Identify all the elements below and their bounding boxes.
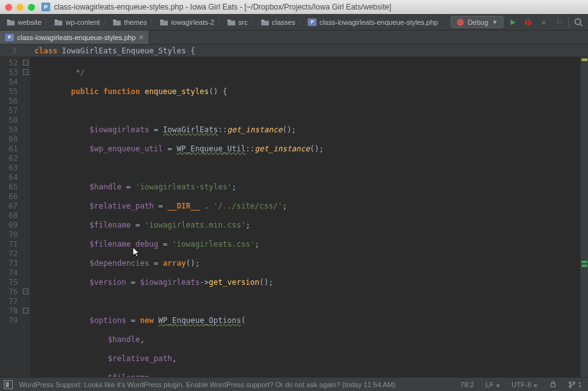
sticky-line-number: 3 [0,46,22,55]
breadcrumb-item[interactable]: themes [110,18,149,26]
tool-window-toggle-icon[interactable] [4,380,13,389]
git-branch-indicator[interactable]: 1 [566,381,584,388]
line-number[interactable]: 69 [0,221,18,230]
line-number[interactable]: 74 [0,268,18,278]
line-number[interactable]: 58 [0,116,18,125]
php-file-icon: P [5,34,14,41]
fold-toggle[interactable]: – [23,60,29,65]
change-marker[interactable] [582,264,587,267]
svg-line-1 [580,24,582,26]
line-number[interactable]: 64 [0,173,18,182]
line-number[interactable]: 67 [0,202,18,211]
line-number[interactable]: 78 [0,306,18,316]
breadcrumb-item[interactable]: iowagirleats-2 [157,18,217,26]
breadcrumb-label: wp-content [65,18,100,26]
navigation-toolbar: website〉wp-content〉themes〉iowagirleats-2… [0,14,588,31]
line-separator[interactable]: LF ≑ [483,381,503,388]
line-number[interactable]: 59 [0,125,18,135]
zoom-window-button[interactable] [28,4,35,11]
folder-icon [6,18,15,26]
line-number[interactable]: 56 [0,97,18,106]
breadcrumb-item[interactable]: src [224,18,250,26]
line-number[interactable]: 60 [0,135,18,144]
breadcrumb: website〉wp-content〉themes〉iowagirleats-2… [4,18,451,27]
folder-icon [54,18,63,26]
fold-toggle[interactable]: – [23,69,29,75]
line-number[interactable]: 68 [0,211,18,221]
chevron-right-icon: 〉 [44,18,51,27]
line-number[interactable]: 61 [0,144,18,154]
status-message[interactable]: WordPress Support: Looks like it's WordP… [19,381,451,388]
line-number[interactable]: 65 [0,182,18,192]
change-marker[interactable] [582,261,587,263]
php-file-icon: P [308,18,317,26]
breadcrumb-item[interactable]: wp-content [51,18,102,26]
sticky-code: class IowaGirlEats_Enqueue_Styles { [22,46,195,55]
line-number[interactable]: 70 [0,230,18,240]
window-titlebar: P class-iowagirleats-enqueue-styles.php … [0,0,588,14]
line-number[interactable]: 76 [0,287,18,297]
stop-button[interactable]: ■ [538,17,549,28]
app-icon: P [41,3,50,11]
window-title: class-iowagirleats-enqueue-styles.php - … [54,3,392,11]
error-stripe[interactable] [580,57,588,377]
readonly-toggle[interactable] [547,380,559,389]
line-number[interactable]: 52 [0,58,18,68]
chevron-right-icon: 〉 [150,18,156,27]
breadcrumb-item[interactable]: website [4,18,44,26]
line-number[interactable]: 73 [0,259,18,268]
chevron-right-icon: 〉 [251,18,257,27]
close-window-button[interactable] [5,4,12,11]
line-number[interactable]: 53 [0,68,18,78]
status-bar: WordPress Support: Looks like it's WordP… [0,377,588,391]
chevron-right-icon: 〉 [217,18,224,27]
chevron-down-icon: ▼ [492,19,498,25]
line-number[interactable]: 55 [0,87,18,97]
sticky-scope-header: 3 class IowaGirlEats_Enqueue_Styles { [0,45,588,57]
line-number[interactable]: 62 [0,154,18,163]
toolbar-right: ⬤ Debug ▼ ▶ 🐞 ■ ↻ [451,16,584,28]
editor-tab[interactable]: P class-iowagirleats-enqueue-styles.php … [0,31,149,44]
line-number[interactable]: 72 [0,249,18,259]
line-number[interactable]: 79 [0,316,18,326]
chevron-right-icon: 〉 [103,18,109,27]
file-encoding[interactable]: UTF-8 ≑ [509,381,540,388]
folder-icon [261,18,270,26]
window-controls [5,4,35,11]
run-config-selector[interactable]: ⬤ Debug ▼ [451,16,503,28]
line-number-gutter[interactable]: 5253545556575859606162636465666768697071… [0,57,22,377]
breadcrumb-item[interactable]: classes [258,18,298,26]
line-number[interactable]: 63 [0,163,18,173]
fold-toggle[interactable]: – [23,308,29,313]
svg-point-3 [569,381,571,383]
line-number[interactable]: 75 [0,278,18,287]
breadcrumb-label: iowagirleats-2 [171,18,214,26]
run-button[interactable]: ▶ [507,17,519,28]
search-everywhere-button[interactable] [573,17,584,28]
svg-point-5 [573,381,575,383]
folder-icon [160,18,168,26]
fold-toggle[interactable]: – [23,289,29,294]
line-number[interactable]: 71 [0,240,18,249]
line-number[interactable]: 77 [0,297,18,306]
folder-icon [227,18,236,26]
fold-column[interactable]: – – – – [22,57,31,377]
breadcrumb-label: class-iowagirleats-enqueue-styles.php [319,18,437,26]
minimize-window-button[interactable] [17,4,24,11]
close-tab-button[interactable]: × [139,33,144,41]
line-number[interactable]: 66 [0,192,18,202]
tab-label: class-iowagirleats-enqueue-styles.php [17,34,135,41]
line-number[interactable]: 57 [0,106,18,116]
breadcrumb-label: website [18,18,41,26]
rerun-button[interactable]: ↻ [553,17,564,28]
svg-rect-2 [550,383,555,387]
caret-position[interactable]: 78:2 [458,381,476,388]
debug-button[interactable]: 🐞 [523,17,534,28]
line-number[interactable]: 54 [0,78,18,87]
code-area[interactable]: */ public function enqueue_styles() { $i… [31,57,580,377]
bug-icon: ⬤ [456,18,464,26]
warning-marker[interactable] [582,58,587,61]
breadcrumb-item[interactable]: Pclass-iowagirleats-enqueue-styles.php [305,18,440,26]
code-editor[interactable]: 5253545556575859606162636465666768697071… [0,57,588,377]
breadcrumb-label: src [238,18,248,26]
